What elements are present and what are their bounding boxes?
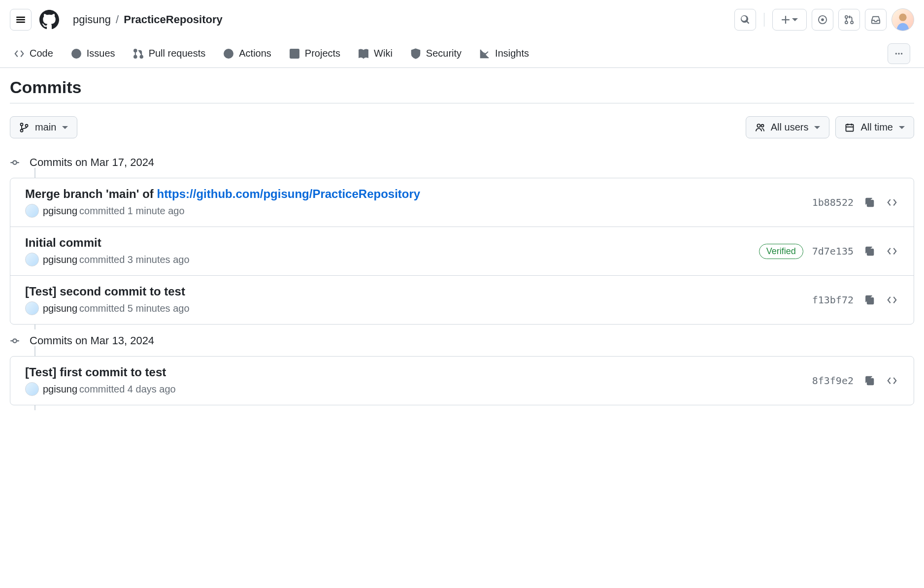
tabs-more-button[interactable]	[888, 43, 910, 64]
commit-date-header: Commits on Mar 17, 2024	[30, 156, 914, 169]
svg-point-15	[901, 53, 902, 54]
commit-author-name[interactable]: pgisung	[43, 205, 77, 217]
commit-title[interactable]: Merge branch 'main' of https://github.co…	[25, 187, 812, 201]
users-filter[interactable]: All users	[746, 116, 830, 138]
commit-row: Initial commitpgisung committed 3 minute…	[10, 227, 914, 276]
tab-insights[interactable]: Insights	[479, 39, 529, 67]
svg-point-4	[851, 21, 853, 24]
svg-point-22	[13, 161, 17, 164]
issues-button[interactable]	[812, 9, 833, 31]
hamburger-menu-button[interactable]	[10, 9, 32, 31]
svg-point-17	[21, 129, 23, 131]
commit-title-link[interactable]: https://github.com/pgisung/PracticeRepos…	[157, 187, 420, 200]
hamburger-icon	[16, 15, 26, 25]
branch-selector[interactable]: main	[10, 116, 77, 138]
caret-down-icon	[792, 18, 798, 21]
tab-issues[interactable]: Issues	[71, 39, 115, 67]
pull-requests-button[interactable]	[838, 9, 860, 31]
header: pgisung / PracticeRepository	[0, 0, 924, 39]
people-icon	[755, 123, 765, 132]
commit-list: Merge branch 'main' of https://github.co…	[10, 178, 914, 325]
svg-point-5	[899, 14, 906, 21]
svg-point-9	[134, 55, 137, 58]
commit-author-name[interactable]: pgisung	[43, 303, 77, 314]
tab-pull-requests[interactable]: Pull requests	[133, 39, 206, 67]
commit-meta: pgisung committed 5 minutes ago	[25, 301, 812, 315]
search-button[interactable]	[734, 9, 756, 31]
kebab-icon	[894, 49, 903, 58]
commit-author-name[interactable]: pgisung	[43, 384, 77, 395]
svg-point-20	[761, 124, 763, 127]
caret-down-icon	[62, 126, 68, 129]
tab-actions[interactable]: Actions	[223, 39, 271, 67]
git-pull-request-icon	[133, 48, 144, 59]
shield-icon	[410, 48, 421, 59]
breadcrumb-owner[interactable]: pgisung	[73, 13, 111, 26]
svg-point-18	[26, 124, 28, 127]
commit-meta: pgisung committed 1 minute ago	[25, 204, 812, 218]
svg-point-1	[822, 19, 824, 21]
tab-wiki[interactable]: Wiki	[358, 39, 393, 67]
copy-sha-button[interactable]	[862, 196, 876, 209]
browse-repo-button[interactable]	[885, 374, 899, 388]
browse-repo-button[interactable]	[885, 196, 899, 209]
github-logo[interactable]	[37, 8, 61, 32]
tab-code[interactable]: Code	[14, 39, 53, 67]
git-branch-icon	[19, 123, 29, 132]
notifications-button[interactable]	[865, 9, 887, 31]
commit-sha[interactable]: f13bf72	[812, 294, 854, 306]
commit-row: Merge branch 'main' of https://github.co…	[10, 178, 914, 227]
svg-point-13	[895, 53, 897, 54]
commit-title[interactable]: [Test] second commit to test	[25, 285, 812, 298]
svg-point-10	[140, 55, 143, 58]
svg-point-2	[845, 16, 848, 18]
commit-author-avatar[interactable]	[25, 382, 39, 396]
issue-icon	[818, 15, 827, 25]
commit-meta: pgisung committed 4 days ago	[25, 382, 812, 396]
tab-security[interactable]: Security	[410, 39, 462, 67]
commit-author-avatar[interactable]	[25, 253, 39, 266]
git-pull-request-icon	[844, 15, 854, 25]
commit-author-name[interactable]: pgisung	[43, 254, 77, 265]
commit-row: [Test] second commit to testpgisung comm…	[10, 276, 914, 324]
commit-date-header: Commits on Mar 13, 2024	[30, 334, 914, 347]
repo-tabs: Code Issues Pull requests Actions Projec…	[0, 39, 924, 68]
copy-sha-button[interactable]	[862, 374, 876, 388]
svg-point-26	[13, 339, 17, 343]
commit-sha[interactable]: 1b88522	[812, 196, 854, 208]
time-filter[interactable]: All time	[835, 116, 914, 138]
breadcrumb: pgisung / PracticeRepository	[73, 13, 223, 26]
svg-rect-21	[846, 124, 854, 131]
commit-author-avatar[interactable]	[25, 204, 39, 218]
commit-title[interactable]: [Test] first commit to test	[25, 365, 812, 379]
commit-author-avatar[interactable]	[25, 301, 39, 315]
copy-sha-button[interactable]	[862, 293, 876, 307]
breadcrumb-repo[interactable]: PracticeRepository	[124, 13, 223, 26]
caret-down-icon	[814, 126, 820, 129]
calendar-icon	[845, 123, 855, 132]
commit-list: [Test] first commit to testpgisung commi…	[10, 356, 914, 405]
page-title: Commits	[10, 78, 914, 103]
commit-meta: pgisung committed 3 minutes ago	[25, 253, 759, 266]
browse-repo-button[interactable]	[885, 293, 899, 307]
header-divider	[764, 13, 764, 27]
svg-point-3	[845, 21, 848, 24]
graph-icon	[479, 48, 490, 59]
svg-point-19	[757, 124, 760, 127]
code-icon	[14, 48, 25, 59]
breadcrumb-slash: /	[116, 13, 119, 26]
verified-badge[interactable]: Verified	[759, 244, 803, 259]
tab-projects[interactable]: Projects	[289, 39, 340, 67]
svg-point-8	[134, 49, 137, 52]
browse-repo-button[interactable]	[885, 244, 899, 258]
svg-point-16	[21, 123, 23, 126]
plus-icon	[781, 15, 790, 24]
commit-title[interactable]: Initial commit	[25, 236, 759, 250]
user-avatar[interactable]	[891, 8, 914, 31]
copy-sha-button[interactable]	[862, 244, 876, 258]
commit-sha[interactable]: 8f3f9e2	[812, 375, 854, 387]
book-icon	[358, 48, 369, 59]
create-menu-button[interactable]	[772, 9, 807, 31]
inbox-icon	[871, 15, 881, 25]
commit-sha[interactable]: 7d7e135	[812, 245, 854, 257]
